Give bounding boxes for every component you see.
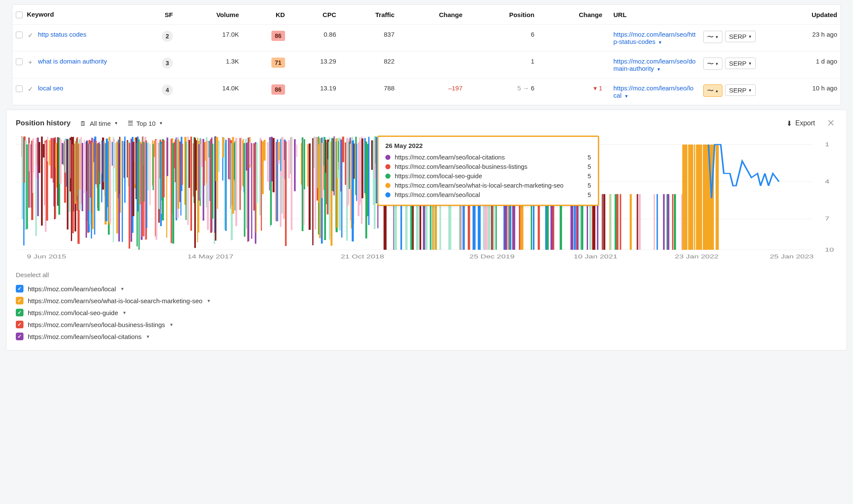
row-checkbox[interactable] xyxy=(16,32,23,38)
close-icon[interactable]: ✕ xyxy=(824,118,837,129)
position-change-cell xyxy=(538,52,606,78)
legend-checkbox[interactable]: ✓ xyxy=(16,285,23,293)
tooltip-url: https://moz.com/learn/seo/local-business… xyxy=(395,163,583,170)
chevron-down-icon[interactable]: ▼ xyxy=(657,67,661,72)
top-n-dropdown[interactable]: ☰ Top 10 ▼ xyxy=(128,119,163,127)
legend-url: https://moz.com/learn/seo/local-business… xyxy=(28,321,165,328)
tooltip-url: https://moz.com/learn/seo/local-citation… xyxy=(395,154,583,161)
legend-item[interactable]: ✓https://moz.com/learn/seo/what-is-local… xyxy=(16,295,837,307)
legend-item[interactable]: ✓https://moz.com/learn/seo/local-citatio… xyxy=(16,330,837,342)
chevron-down-icon[interactable]: ▼ xyxy=(169,322,174,327)
url-link[interactable]: https://moz.com/learn/seo/http-status-co… xyxy=(614,31,696,45)
row-checkbox[interactable] xyxy=(16,58,23,65)
traffic-change-cell xyxy=(398,25,466,52)
table-row: +what is domain authority31.3K7113.29822… xyxy=(12,52,841,78)
select-all-checkbox[interactable] xyxy=(16,12,23,18)
position-history-toggle[interactable]: ▼ xyxy=(703,58,723,70)
export-button[interactable]: ⬇ Export xyxy=(786,119,815,127)
chevron-down-icon[interactable]: ▼ xyxy=(624,94,629,98)
chevron-down-icon[interactable]: ▼ xyxy=(146,334,150,339)
serp-dropdown[interactable]: SERP ▼ xyxy=(725,84,756,96)
legend-checkbox[interactable]: ✓ xyxy=(16,309,23,316)
svg-text:1: 1 xyxy=(825,142,830,147)
keyword-link[interactable]: local seo xyxy=(38,84,63,92)
updated-cell: 1 d ago xyxy=(768,52,841,78)
legend-checkbox[interactable]: ✓ xyxy=(16,321,23,328)
position-cell: 5→6 xyxy=(466,78,538,105)
table-row: ✓http status codes217.0K860.868376https:… xyxy=(12,25,841,52)
chevron-down-icon: ▼ xyxy=(159,121,163,125)
legend: Deselect all ✓https://moz.com/learn/seo/… xyxy=(16,271,837,342)
trend-icon xyxy=(707,87,713,95)
keyword-link[interactable]: what is domain authority xyxy=(38,58,107,65)
plus-icon: + xyxy=(27,58,34,66)
traffic-cell: 837 xyxy=(340,25,398,52)
traffic-cell: 788 xyxy=(340,78,398,105)
svg-text:4: 4 xyxy=(825,179,830,184)
col-volume: Volume xyxy=(176,5,242,25)
chevron-down-icon: ▼ xyxy=(114,121,118,125)
chevron-down-icon[interactable]: ▼ xyxy=(658,40,662,45)
tooltip-row: https://moz.com/learn/seo/what-is-local-… xyxy=(385,181,591,190)
url-link[interactable]: https://moz.com/learn/seo/domain-authori… xyxy=(614,58,696,72)
cpc-cell: 0.86 xyxy=(288,25,340,52)
series-dot xyxy=(385,164,390,169)
list-icon: ☰ xyxy=(128,119,133,127)
legend-url: https://moz.com/learn/seo/local xyxy=(28,285,116,293)
updated-cell: 10 h ago xyxy=(768,78,841,105)
deselect-all-button[interactable]: Deselect all xyxy=(16,271,837,278)
legend-item[interactable]: ✓https://moz.com/learn/seo/local-busines… xyxy=(16,319,837,330)
col-updated: Updated xyxy=(768,5,841,25)
sf-badge[interactable]: 3 xyxy=(162,58,173,69)
legend-url: https://moz.com/learn/seo/what-is-local-… xyxy=(28,297,202,304)
position-change-cell xyxy=(538,25,606,52)
volume-cell: 17.0K xyxy=(176,25,242,52)
trend-icon xyxy=(707,33,713,41)
check-icon: ✓ xyxy=(27,32,34,39)
series-dot xyxy=(385,155,390,160)
serp-dropdown[interactable]: SERP ▼ xyxy=(725,31,756,42)
date-range-dropdown[interactable]: 🗓 All time ▼ xyxy=(80,120,118,127)
row-checkbox[interactable] xyxy=(16,85,23,92)
chevron-down-icon[interactable]: ▼ xyxy=(120,287,125,291)
table-row: ✓local seo414.0K8613.19788–1975→6▾ 1http… xyxy=(12,78,841,105)
chevron-down-icon: ▼ xyxy=(748,88,752,93)
legend-checkbox[interactable]: ✓ xyxy=(16,333,23,340)
tooltip-value: 5 xyxy=(588,154,591,161)
legend-checkbox[interactable]: ✓ xyxy=(16,297,23,304)
tooltip-date: 26 May 2022 xyxy=(385,142,591,149)
updated-cell: 23 h ago xyxy=(768,25,841,52)
chevron-down-icon: ▼ xyxy=(748,61,752,66)
col-keyword: Keyword xyxy=(27,11,54,18)
keyword-link[interactable]: http status codes xyxy=(38,31,86,38)
chevron-down-icon[interactable]: ▼ xyxy=(122,310,127,315)
series-dot xyxy=(385,183,390,188)
traffic-change-cell xyxy=(398,52,466,78)
position-history-toggle[interactable]: ▲ xyxy=(703,84,723,97)
col-position: Position xyxy=(466,5,538,25)
legend-item[interactable]: ✓https://moz.com/learn/seo/local▼ xyxy=(16,283,837,295)
svg-text:10 Jan 2021: 10 Jan 2021 xyxy=(574,254,617,259)
col-traffic-change: Change xyxy=(398,5,466,25)
tooltip-value: 5 xyxy=(588,173,591,180)
sf-badge[interactable]: 2 xyxy=(162,31,173,42)
check-icon: ✓ xyxy=(27,85,34,93)
tooltip-value: 5 xyxy=(588,163,591,170)
position-cell: 6 xyxy=(466,25,538,52)
sf-badge[interactable]: 4 xyxy=(162,84,173,96)
kd-badge: 71 xyxy=(271,58,285,68)
legend-url: https://moz.com/learn/seo/local-citation… xyxy=(28,333,142,340)
position-history-toggle[interactable]: ▼ xyxy=(703,31,723,43)
tooltip-value: 5 xyxy=(588,191,591,198)
calendar-icon: 🗓 xyxy=(80,120,86,127)
col-sf: SF xyxy=(136,5,176,25)
serp-dropdown[interactable]: SERP ▼ xyxy=(725,58,756,69)
tooltip-url: https://moz.com/learn/seo/what-is-local-… xyxy=(395,182,583,189)
svg-text:25 Dec 2019: 25 Dec 2019 xyxy=(469,254,515,259)
legend-item[interactable]: ✓https://moz.com/local-seo-guide▼ xyxy=(16,307,837,319)
col-url: URL xyxy=(606,5,700,25)
position-history-chart[interactable]: 1 4 7 10 9 Jun 201514 May 201721 Oct 201… xyxy=(16,132,837,260)
download-icon: ⬇ xyxy=(786,119,792,127)
tooltip-row: https://moz.com/local-seo-guide5 xyxy=(385,171,591,181)
chevron-down-icon[interactable]: ▼ xyxy=(207,298,211,303)
